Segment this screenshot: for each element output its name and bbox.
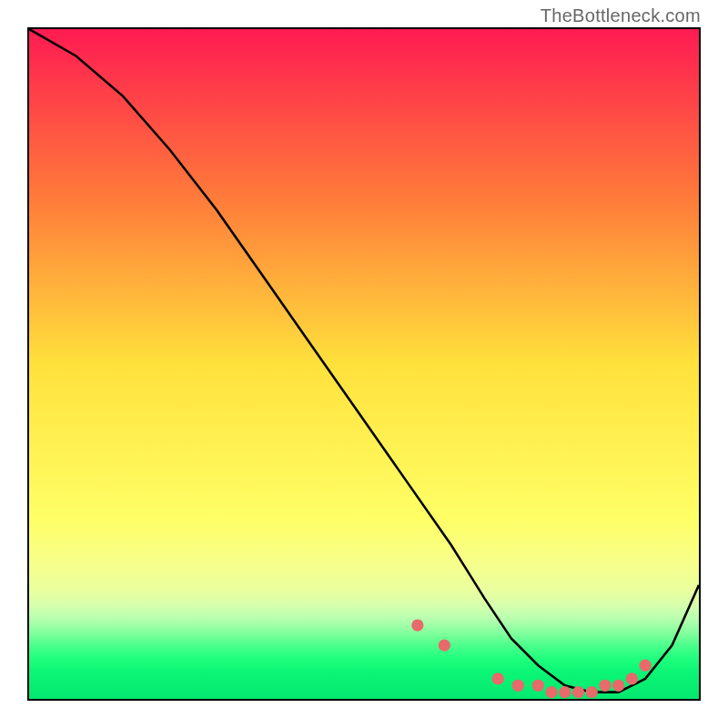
curve-marker [639, 660, 651, 672]
curve-marker [411, 619, 423, 631]
watermark-label: TheBottleneck.com [541, 5, 701, 26]
curve-marker [586, 686, 598, 698]
gradient-background [29, 29, 699, 699]
curve-marker [545, 686, 557, 698]
curve-marker [532, 680, 544, 692]
curve-marker [559, 686, 571, 698]
chart-frame: TheBottleneck.com [0, 0, 728, 728]
curve-marker [492, 672, 504, 684]
curve-marker [512, 680, 524, 692]
curve-marker [572, 686, 584, 698]
curve-marker [626, 672, 638, 684]
curve-marker [439, 639, 450, 651]
curve-marker [599, 680, 611, 692]
plot-area [27, 27, 701, 701]
chart-svg [29, 29, 699, 699]
curve-marker [612, 680, 624, 692]
